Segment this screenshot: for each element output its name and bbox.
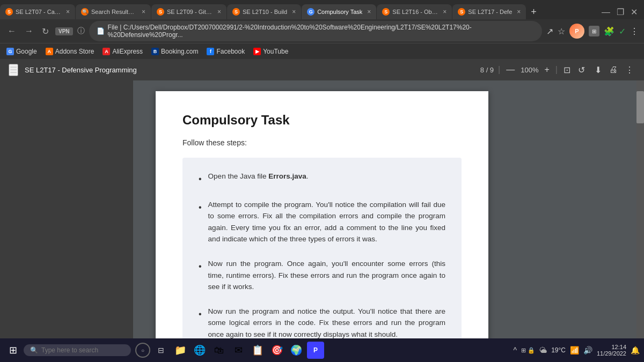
facebook-label: Facebook [216,48,245,55]
zoom-out-button[interactable]: — [504,63,516,76]
notification-button[interactable]: 🔔 [631,346,640,354]
errors-java-bold: Errors.java [268,172,306,180]
cortana-button[interactable]: ○ [135,343,150,358]
bookmark-aliexpress[interactable]: A AliExpress [103,48,143,55]
taskbar: ⊞ 🔍 ○ ⊟ 📁 🌐 🛍 ✉ 📋 🎯 🌍 P ^ ⊞ 🔒 🌥 19°C 📶 🔊… [0,338,644,362]
app9-button[interactable]: P [307,342,324,359]
share-icon[interactable]: ↗ [546,26,553,36]
tab-5-favicon: G [307,8,314,16]
tab-1[interactable]: S SE L2T07 - Capst × [0,4,75,19]
extension-icon[interactable]: ⊞ [589,26,599,36]
tab-2-favicon: 🔍 [81,8,89,16]
network-icon[interactable]: ^ [513,346,517,354]
download-button[interactable]: ⬇ [593,63,603,77]
sidebar-toggle-button[interactable]: ☰ [9,64,18,76]
puzzle-icon[interactable]: 🧩 [604,26,614,36]
scrollbar-thumb[interactable] [636,91,644,123]
bookmark-facebook[interactable]: f Facebook [207,48,245,55]
minimize-button[interactable]: — [599,5,612,19]
tray-icons[interactable]: ⊞ 🔒 [521,347,535,354]
tab-6-label: SE L2T16 - Objec [392,9,438,15]
document-title: Compulsory Task [182,113,462,128]
tab-4[interactable]: S SE L2T10 - Build × [227,4,301,19]
bullet-text-2: Attempt to compile the program. You'll n… [208,199,445,245]
reload-button[interactable]: ↻ [40,24,51,39]
tab-7-close[interactable]: × [515,8,521,16]
bookmark-addons[interactable]: A Addons Store [46,48,94,55]
tab-3[interactable]: S SE L2T09 - Git Ba × [151,4,226,19]
url-bar[interactable]: 📄 File | C:/Users/Dell/Dropbox/DT2007000… [89,21,542,41]
total-pages: 9 [490,66,494,74]
bullet-list: • Open the Java file Errors.java. • Atte… [199,171,445,338]
tab-3-favicon: S [157,8,164,16]
tab-5-close[interactable]: × [365,8,371,16]
bookmark-icon[interactable]: ☆ [558,26,565,36]
search-input[interactable] [41,346,116,354]
pdf-controls: 8 / 9 | — 100% + | ⊡ ↺ [480,63,587,77]
tab-6-favicon: S [382,8,390,16]
wifi-icon[interactable]: 📶 [570,346,579,354]
pdf-content-area[interactable]: Compulsory Task Follow these steps: • Op… [0,80,644,338]
taskbar-search-bar[interactable]: 🔍 [24,344,131,356]
pdf-title: SE L2T17 - Defensive Programming [25,66,474,74]
fit-page-button[interactable]: ⊡ [562,63,572,77]
print-button[interactable]: 🖨 [608,63,619,77]
file-icon: 📄 [97,27,105,35]
back-button[interactable]: ← [5,24,18,38]
start-button[interactable]: ⊞ [4,342,21,359]
chrome-button[interactable]: 🌍 [288,342,305,359]
info-icon[interactable]: ⓘ [77,26,85,36]
tab-2[interactable]: 🔍 Search Results | C × [76,4,151,19]
clock-date: 11/29/2022 [597,350,626,357]
forward-button[interactable]: → [23,24,35,38]
tab-5-active[interactable]: G Compulsory Task × [302,4,376,19]
pdf-page: Compulsory Task Follow these steps: • Op… [156,91,488,338]
bookmark-google[interactable]: G Google [6,48,37,55]
bullet-item-2: • Attempt to compile the program. You'll… [199,199,445,245]
bookmark-booking[interactable]: B Booking.com [151,48,198,55]
new-tab-button[interactable]: + [526,4,541,19]
search-icon: 🔍 [30,346,38,354]
tab-1-label: SE L2T07 - Capst [16,9,61,15]
volume-icon[interactable]: 🔊 [583,346,592,354]
menu-icon[interactable]: ⋮ [630,26,639,36]
task-view-button[interactable]: ⊟ [152,342,170,359]
pdf-viewer-header: ☰ SE L2T17 - Defensive Programming 8 / 9… [0,59,644,80]
scrollbar-track[interactable] [636,80,644,338]
bullet-item-1: • Open the Java file Errors.java. [199,171,445,186]
separator-2: | [555,65,558,75]
clock-time: 12:14 [597,344,626,350]
store-button[interactable]: 🛍 [210,342,228,359]
separator-1: | [498,65,500,75]
more-options-button[interactable]: ⋮ [624,63,635,77]
mail-button[interactable]: ✉ [230,342,247,359]
bookmark-youtube[interactable]: ▶ YouTube [253,48,288,55]
zoom-level: 100% [521,66,538,74]
tab-3-close[interactable]: × [215,8,221,16]
tab-6-close[interactable]: × [441,8,447,16]
left-panel [0,80,133,338]
app7-button[interactable]: 🎯 [268,342,286,359]
booking-favicon: B [151,48,159,55]
tab-2-close[interactable]: × [140,8,145,16]
youtube-label: YouTube [263,48,288,55]
close-window-button[interactable]: ✕ [628,5,640,19]
tab-7[interactable]: S SE L2T17 - Defe × [452,4,526,19]
restore-button[interactable]: ❐ [614,5,626,19]
zoom-in-button[interactable]: + [543,63,551,76]
toolbar-icons: ↗ ☆ P ⊞ 🧩 ✓ ⋮ [546,24,639,39]
tab-4-label: SE L2T10 - Build [243,9,287,15]
bullet-text-3: Now run the program. Once again, you'll … [208,258,445,293]
system-clock[interactable]: 12:14 11/29/2022 [597,344,626,357]
google-label: Google [16,48,37,55]
rotate-button[interactable]: ↺ [576,63,587,77]
app6-button[interactable]: 📋 [249,342,266,359]
file-explorer-button[interactable]: 📁 [172,342,189,359]
profile-button[interactable]: P [569,24,584,39]
tab-2-label: Search Results | C [91,9,137,15]
tab-4-close[interactable]: × [290,8,296,16]
edge-button[interactable]: 🌐 [191,342,208,359]
tab-6[interactable]: S SE L2T16 - Objec × [377,4,452,19]
bullet-item-3: • Now run the program. Once again, you'l… [199,258,445,293]
tab-1-close[interactable]: × [64,8,70,16]
